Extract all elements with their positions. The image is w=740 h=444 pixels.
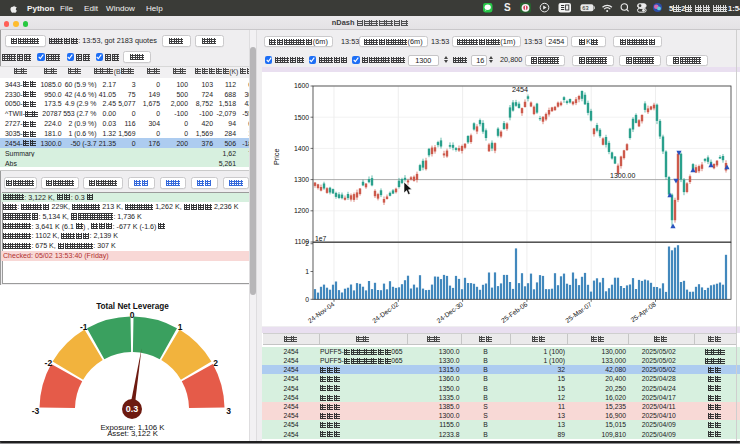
svg-text:1e7: 1e7 (315, 235, 327, 242)
svg-text:1: 1 (305, 268, 309, 275)
svg-text:1300: 1300 (294, 176, 309, 183)
svg-text:0: 0 (305, 296, 309, 303)
svg-text:-1: -1 (80, 322, 88, 332)
svg-text:24-Dec-30: 24-Dec-30 (435, 300, 464, 324)
svg-text:1600: 1600 (294, 82, 309, 89)
svg-text:2454: 2454 (512, 85, 528, 94)
svg-text:24-Dec-02: 24-Dec-02 (371, 300, 400, 324)
svg-text:-2: -2 (45, 358, 53, 368)
svg-text:63: 63 (582, 5, 588, 11)
svg-text:0.3: 0.3 (126, 404, 139, 414)
svg-text:3: 3 (226, 406, 231, 416)
svg-text:1200: 1200 (294, 207, 309, 214)
svg-text:1400: 1400 (294, 145, 309, 152)
svg-text:0: 0 (130, 310, 135, 320)
svg-text:S: S (504, 2, 511, 13)
svg-text:1: 1 (178, 322, 183, 332)
svg-text:2: 2 (213, 358, 218, 368)
svg-text:1300.00: 1300.00 (610, 172, 635, 179)
svg-text:25-Feb-06: 25-Feb-06 (500, 300, 529, 324)
svg-text:24-Nov-04: 24-Nov-04 (307, 300, 336, 324)
svg-text:25-Apr-08: 25-Apr-08 (629, 300, 658, 324)
svg-text:Price: Price (272, 149, 281, 165)
svg-text:2: 2 (305, 240, 309, 247)
svg-text:25-Mar-07: 25-Mar-07 (564, 300, 593, 324)
svg-text:1500: 1500 (294, 114, 309, 121)
svg-text:-3: -3 (32, 406, 40, 416)
